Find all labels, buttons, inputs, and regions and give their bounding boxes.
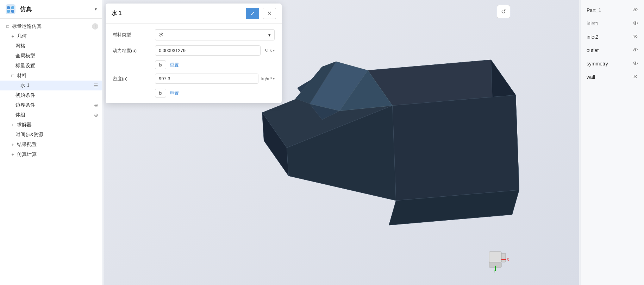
sidebar-item-solver[interactable]: ＋ 求解器 <box>0 120 102 130</box>
modal-body: 材料类型 水 ▾ 动力粘度(μ) Pa·s ▾ <box>106 24 282 103</box>
eye-icon[interactable]: 👁 <box>633 20 638 27</box>
density-label: 密度(ρ) <box>113 76 151 82</box>
eye-icon[interactable]: 👁 <box>633 74 638 80</box>
sidebar-item-time-step[interactable]: 时间步&资源 <box>0 130 102 140</box>
sidebar-item-water1[interactable]: 水 1 ☰ <box>0 81 102 90</box>
svg-marker-8 <box>393 95 519 201</box>
sidebar-label: 全局模型 <box>15 53 98 59</box>
sidebar-item-scalar-settings[interactable]: 标量设置 <box>0 61 102 71</box>
svg-text:X: X <box>507 258 509 261</box>
dynamic-viscosity-label: 动力粘度(μ) <box>113 48 151 54</box>
eye-icon[interactable]: 👁 <box>633 47 638 53</box>
sidebar-label: 标量设置 <box>15 63 98 69</box>
sidebar-item-initial-conditions[interactable]: 初始条件 <box>0 90 102 100</box>
sidebar-item-sim-compute[interactable]: ＋ 仿真计算 <box>0 150 102 159</box>
density-actions: fx 重置 <box>113 89 275 97</box>
eye-icon[interactable]: 👁 <box>633 7 638 13</box>
modal-header: 水 1 ✓ ✕ <box>106 4 282 24</box>
material-type-select[interactable]: 水 ▾ <box>155 29 275 40</box>
warning-badge: ! <box>92 23 98 30</box>
sidebar-tree: □ 标量运输仿真 ! ＋ 几何 网格 全局模型 标量设置 □ 材料 水 1 <box>0 19 102 285</box>
right-panel: Part_1 👁 inlet1 👁 inlet2 👁 outlet 👁 symm… <box>581 0 644 285</box>
svg-rect-2 <box>11 6 14 9</box>
right-panel-item-outlet[interactable]: outlet 👁 <box>581 44 644 57</box>
add-icon[interactable]: ⊕ <box>94 112 98 118</box>
sidebar-label: 边界条件 <box>15 102 93 108</box>
unit-chevron-icon-density: ▾ <box>273 77 275 81</box>
dynamic-viscosity-control: Pa·s ▾ <box>155 45 275 56</box>
svg-rect-17 <box>489 252 501 262</box>
menu-icon[interactable]: ☰ <box>94 83 98 88</box>
add-icon[interactable]: ⊕ <box>94 102 98 108</box>
dynamic-viscosity-actions: fx 重置 <box>113 61 275 69</box>
material-type-control: 水 ▾ <box>155 29 275 40</box>
density-unit: kg/m³ ▾ <box>261 76 275 81</box>
svg-rect-4 <box>11 10 14 13</box>
fx-button-viscosity[interactable]: fx <box>155 61 166 69</box>
sidebar-label: 标量运输仿真 <box>12 23 90 30</box>
right-panel-item-inlet1[interactable]: inlet1 👁 <box>581 17 644 30</box>
app-logo <box>5 4 16 15</box>
right-panel-label: Part_1 <box>587 7 629 13</box>
right-panel-label: inlet2 <box>587 34 629 40</box>
material-type-value: 水 <box>159 32 163 38</box>
sidebar: 仿真 ▾ □ 标量运输仿真 ! ＋ 几何 网格 全局模型 标量设置 □ 材料 <box>0 0 102 285</box>
material-type-row: 材料类型 水 ▾ <box>113 29 275 40</box>
svg-rect-3 <box>7 10 10 13</box>
confirm-button[interactable]: ✓ <box>246 8 259 19</box>
viewport-toolbar: ↺ <box>497 5 510 18</box>
sidebar-label: 时间步&资源 <box>15 132 98 138</box>
fx-button-density[interactable]: fx <box>155 89 166 97</box>
right-panel-label: symmetry <box>587 61 629 66</box>
axis-gizmo-svg: Y X <box>482 246 510 274</box>
expand-icon: ＋ <box>10 33 15 39</box>
dynamic-viscosity-unit: Pa·s ▾ <box>263 48 275 53</box>
main-viewport-area: ↺ 水 1 ✓ ✕ 材料类型 水 ▾ 动力粘度(μ) <box>102 0 581 285</box>
right-panel-item-symmetry[interactable]: symmetry 👁 <box>581 57 644 70</box>
dynamic-viscosity-input[interactable] <box>155 45 261 56</box>
sidebar-item-body-group[interactable]: 体组 ⊕ <box>0 110 102 120</box>
expand-icon: ＋ <box>10 152 15 158</box>
eye-icon[interactable]: 👁 <box>633 34 638 40</box>
right-panel-item-wall[interactable]: wall 👁 <box>581 70 644 84</box>
unit-chevron-icon: ▾ <box>273 49 275 52</box>
svg-rect-0 <box>6 4 15 14</box>
sidebar-item-material[interactable]: □ 材料 <box>0 71 102 81</box>
sidebar-item-boundary-conditions[interactable]: 边界条件 ⊕ <box>0 100 102 110</box>
collapse-icon: □ <box>5 24 11 29</box>
reset-button-viscosity[interactable]: 重置 <box>170 62 179 68</box>
sidebar-item-global-model[interactable]: 全局模型 <box>0 51 102 61</box>
density-row: 密度(ρ) kg/m³ ▾ <box>113 74 275 84</box>
sidebar-item-scalar-transport[interactable]: □ 标量运输仿真 ! <box>0 21 102 31</box>
sidebar-label: 水 1 <box>20 82 92 89</box>
collapse-icon: □ <box>10 73 15 78</box>
density-input[interactable] <box>155 74 258 84</box>
modal-title: 水 1 <box>111 10 242 17</box>
right-panel-item-Part_1[interactable]: Part_1 👁 <box>581 4 644 17</box>
sidebar-item-geometry[interactable]: ＋ 几何 <box>0 31 102 41</box>
material-type-label: 材料类型 <box>113 32 151 38</box>
sidebar-label: 仿真计算 <box>17 151 98 158</box>
right-panel-item-inlet2[interactable]: inlet2 👁 <box>581 30 644 44</box>
sidebar-label: 求解器 <box>17 122 98 128</box>
right-panel-label: outlet <box>587 48 629 53</box>
eye-icon[interactable]: 👁 <box>633 61 638 67</box>
axis-gizmo: Y X <box>482 246 510 274</box>
svg-rect-19 <box>501 253 506 262</box>
refresh-button[interactable]: ↺ <box>497 5 510 18</box>
sidebar-collapse-icon[interactable]: ▾ <box>95 7 97 12</box>
expand-icon: ＋ <box>10 122 15 128</box>
sidebar-label: 材料 <box>17 72 98 79</box>
reset-button-density[interactable]: 重置 <box>170 90 179 96</box>
app-title: 仿真 <box>20 5 91 13</box>
right-panel-label: inlet1 <box>587 21 629 26</box>
dynamic-viscosity-row: 动力粘度(μ) Pa·s ▾ <box>113 45 275 56</box>
expand-icon: ＋ <box>10 142 15 148</box>
cancel-button[interactable]: ✕ <box>263 8 276 19</box>
sidebar-label: 初始条件 <box>15 92 98 99</box>
sidebar-item-result-config[interactable]: ＋ 结果配置 <box>0 140 102 150</box>
sidebar-label: 网格 <box>15 43 98 49</box>
sidebar-item-mesh[interactable]: 网格 <box>0 41 102 51</box>
sidebar-label: 体组 <box>15 112 93 118</box>
sidebar-header: 仿真 ▾ <box>0 0 102 19</box>
